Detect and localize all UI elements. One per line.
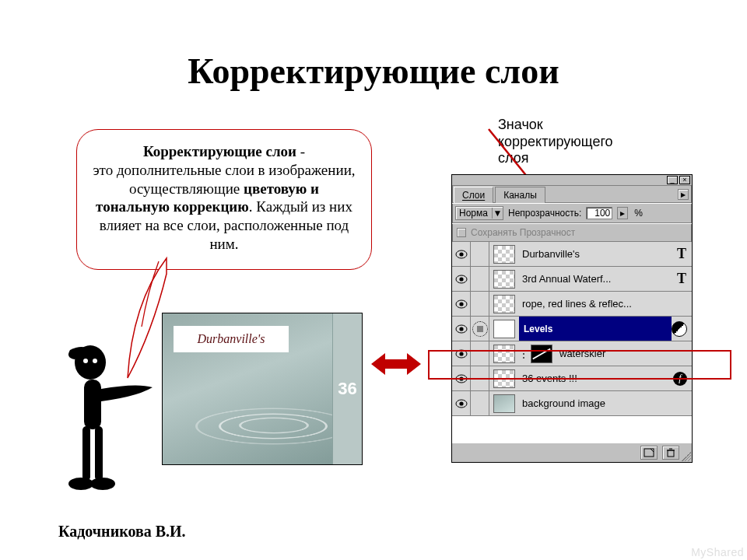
example-poster-image: Durbanville's 36 (162, 313, 363, 465)
layer-row[interactable]: ⋮ waterskier (452, 341, 692, 366)
layer-mask-thumb (531, 345, 552, 363)
slide-title: Корректирующие слои (0, 51, 747, 92)
opacity-label: Непрозрачность: (508, 208, 581, 219)
trash-icon (666, 448, 675, 457)
close-icon[interactable]: × (679, 176, 690, 184)
delete-layer-button[interactable] (662, 446, 679, 460)
mask-link-icon: ⋮ (519, 348, 527, 359)
svg-point-15 (459, 302, 463, 306)
layer-name: 3rd Annual Waterf... (519, 273, 672, 285)
preserve-transparency-row[interactable]: Сохранять Прозрачност (452, 223, 692, 242)
bubble-lead: Корректирующие слои (143, 143, 296, 159)
svg-marker-8 (371, 353, 421, 375)
preserve-label: Сохранять Прозрачност (471, 227, 575, 238)
layer-thumb (493, 245, 515, 264)
layer-name: rope, red lines & reflec... (519, 298, 692, 310)
svg-point-2 (93, 359, 97, 363)
opacity-input[interactable]: 100 (586, 207, 612, 219)
layer-thumb (493, 345, 515, 363)
layer-thumb (493, 270, 515, 289)
preserve-checkbox[interactable] (457, 228, 466, 237)
selected-layer-bar: Levels (519, 317, 672, 341)
double-arrow-icon (371, 352, 421, 376)
layer-row[interactable]: Durbanville's T (452, 242, 692, 267)
layer-thumb (493, 295, 515, 313)
svg-point-11 (459, 252, 463, 256)
svg-point-7 (90, 478, 115, 490)
visibility-toggle[interactable] (452, 391, 471, 415)
poster-side-num: 36 (338, 381, 356, 397)
palette-options: Норма ▼ Непрозрачность: 100 ▸ % (452, 203, 692, 223)
palette-footer (452, 443, 692, 462)
new-layer-button[interactable] (640, 446, 658, 460)
visibility-toggle[interactable] (452, 366, 471, 390)
text-layer-icon: T (672, 246, 692, 262)
blend-mode-value: Норма (456, 207, 492, 219)
opacity-chevron-icon[interactable]: ▸ (617, 207, 628, 219)
link-cell[interactable] (471, 366, 489, 390)
palette-menu-icon[interactable] (678, 189, 689, 200)
presenter-figure-icon (62, 339, 156, 502)
svg-point-1 (83, 359, 88, 363)
blend-mode-select[interactable]: Норма ▼ (455, 206, 503, 220)
layer-thumb (493, 369, 515, 388)
tab-channels[interactable]: Каналы (495, 187, 545, 203)
layer-row[interactable]: background image (452, 391, 692, 416)
link-cell[interactable] (471, 267, 489, 291)
layer-list: Durbanville's T 3rd Annual Waterf... T r… (452, 242, 692, 443)
link-cell[interactable] (471, 391, 489, 415)
layer-name: Durbanville's (519, 248, 672, 260)
layer-list-empty (452, 416, 692, 443)
text-layer-icon: T (672, 271, 692, 287)
visibility-toggle[interactable] (452, 341, 471, 366)
layer-name: Levels (524, 324, 552, 334)
minimize-icon[interactable]: _ (667, 176, 678, 184)
svg-point-21 (459, 376, 463, 380)
layer-row[interactable]: 36 events !!! f (452, 366, 692, 391)
poster-brand: Durbanville's (174, 326, 289, 352)
svg-rect-3 (84, 380, 101, 429)
mask-link-icon (472, 321, 488, 337)
link-cell[interactable] (471, 242, 489, 266)
new-layer-icon (644, 448, 654, 457)
layer-name: 36 events !!! (519, 373, 673, 384)
svg-rect-4 (82, 426, 90, 481)
layer-row-selected[interactable]: Levels (452, 317, 692, 341)
link-cell[interactable] (471, 292, 489, 316)
mask-link-cell[interactable] (471, 317, 489, 341)
layer-row[interactable]: 3rd Annual Waterf... T (452, 267, 692, 292)
visibility-toggle[interactable] (452, 242, 471, 266)
tab-layers-label: Слои (462, 190, 485, 201)
tab-channels-label: Каналы (503, 190, 537, 201)
svg-rect-5 (95, 426, 103, 481)
poster-side: 36 (332, 313, 362, 464)
watermark: MyShared (691, 546, 744, 558)
adjustment-layer-icon (672, 321, 687, 337)
visibility-toggle[interactable] (452, 292, 471, 316)
svg-rect-25 (668, 450, 674, 457)
adjustment-mask-thumb (493, 320, 515, 338)
layer-effects-icon[interactable]: f (673, 372, 687, 386)
visibility-toggle[interactable] (452, 267, 471, 291)
resize-grip-icon[interactable] (682, 452, 691, 461)
layers-palette[interactable]: _ × Слои Каналы Норма ▼ Непрозрачность: … (451, 174, 693, 463)
tab-layers[interactable]: Слои (454, 187, 493, 203)
palette-tabs: Слои Каналы (452, 186, 692, 203)
bubble-dash: - (296, 143, 305, 159)
caption-l1: Значок (498, 117, 543, 132)
svg-point-23 (459, 401, 463, 405)
layer-name: waterskier (556, 348, 692, 359)
icon-caption: Значок корректирующего слоя (498, 117, 613, 167)
visibility-toggle[interactable] (452, 317, 471, 341)
svg-point-17 (459, 327, 463, 331)
caption-l2: корректирующего (498, 134, 613, 149)
palette-titlebar[interactable]: _ × (452, 175, 692, 186)
layer-row[interactable]: rope, red lines & reflec... (452, 292, 692, 317)
layer-thumb (493, 394, 515, 413)
chevron-down-icon[interactable]: ▼ (492, 208, 503, 219)
opacity-suffix: % (634, 208, 643, 219)
caption-l3: слоя (498, 150, 528, 166)
link-cell[interactable] (471, 341, 489, 366)
author-name: Кадочникова В.И. (58, 523, 186, 541)
svg-point-6 (68, 478, 93, 490)
